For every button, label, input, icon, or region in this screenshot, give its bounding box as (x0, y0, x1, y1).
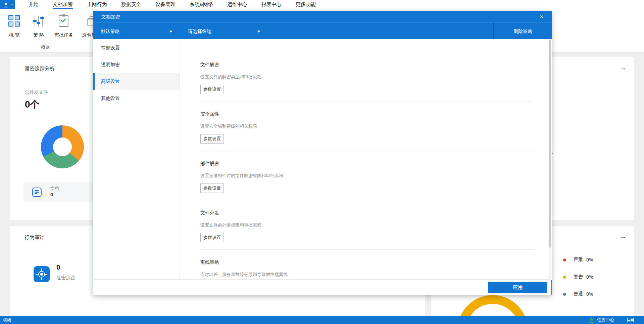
sidebar-item-other-settings[interactable]: 其他设置 (93, 90, 180, 107)
dialog-toolbar: 默认策略 请选择终端 删除策略 (93, 23, 551, 39)
section-title-offline-policy: 离线策略 (200, 259, 219, 266)
app-logo-button[interactable] (0, 0, 15, 9)
legend-label: 警告 (574, 274, 583, 280)
sidebar-item-advanced-settings[interactable]: 高级设置 (93, 73, 180, 90)
ribbon-group-divider (91, 12, 91, 50)
section-desc: 设置文件的外发权限和审批流程 (200, 222, 261, 228)
stat-value-total-outgoing: 0个 (25, 98, 40, 111)
chevron-down-icon (169, 31, 172, 33)
dialog-content: 文件解密 设置文件的解密类型和审批流程 参数设置 安全属性 设置安全域和密级的相… (180, 39, 552, 280)
grid-icon (8, 15, 20, 27)
legend-label: 严重 (574, 257, 583, 263)
menu-item-data-security[interactable]: 数据安全 (114, 0, 148, 9)
severe-dot-icon (563, 258, 566, 261)
menu-item-system-network[interactable]: 系统&网络 (183, 0, 220, 9)
menu-item-more[interactable]: 更多功能 (289, 0, 323, 9)
audit-value: 0 (56, 264, 60, 271)
normal-dot-icon (563, 293, 566, 296)
donut-hole (53, 137, 72, 156)
task-center-button[interactable]: 任务中心 (597, 316, 614, 324)
menu-item-report-center[interactable]: 报表中心 (254, 0, 289, 9)
clipboard-check-icon (59, 15, 68, 27)
document-icon (32, 188, 42, 197)
sidebar-item-general-settings[interactable]: 常规设置 (93, 39, 180, 56)
scrollbar-track[interactable] (549, 39, 551, 280)
legend-item-normal: 普通 0% (563, 291, 593, 297)
arrow-right-icon[interactable]: → (620, 233, 626, 240)
scrollbar-thumb[interactable] (549, 40, 551, 248)
main-menu: 开始 文档加密 上网行为 数据安全 设备管理 系统&网络 运维中心 报表中心 更… (21, 0, 323, 9)
legend-value: 0% (586, 291, 593, 297)
delete-policy-button[interactable]: 删除策略 (494, 23, 552, 40)
gauge-ring-chart (457, 295, 528, 316)
menu-item-device-mgmt[interactable]: 设备管理 (148, 0, 183, 9)
doc-encryption-dialog: 文档加密 × 默认策略 请选择终端 删除策略 常规设置 透明加密 高级设置 其他… (93, 11, 552, 295)
audit-label: 泄密追踪 (56, 275, 75, 281)
arrow-right-icon[interactable]: → (620, 64, 626, 72)
param-settings-button[interactable]: 参数设置 (200, 85, 224, 94)
app-logo-icon (4, 2, 8, 7)
close-icon[interactable]: × (537, 11, 546, 22)
statusbar: 就绪 任务中心 (0, 316, 644, 324)
menu-item-doc-encryption[interactable]: 文档加密 (46, 0, 80, 9)
panel-title: 行为审计 (24, 234, 45, 241)
divider (200, 249, 533, 250)
dialog-sidebar: 常规设置 透明加密 高级设置 其他设置 (93, 39, 180, 280)
apply-button[interactable]: 应用 (488, 282, 547, 293)
section-title-file-decrypt: 文件解密 (200, 62, 219, 68)
panel-title: 泄密追踪分析 (24, 66, 55, 72)
donut-chart (41, 125, 84, 168)
terminal-dropdown-placeholder: 请选择终端 (188, 23, 211, 40)
ribbon-item-policy[interactable]: 策 略 (28, 12, 50, 46)
dialog-body: 常规设置 透明加密 高级设置 其他设置 文件解密 设置文件的解密类型和审批流程 … (93, 39, 551, 280)
menu-item-web-behavior[interactable]: 上网行为 (80, 0, 114, 9)
section-desc: 设置发送邮件时的文件解密权限和审批流程 (200, 173, 283, 179)
menu-item-start[interactable]: 开始 (21, 0, 46, 9)
ribbon-item-label: 策 略 (28, 32, 50, 38)
divider (200, 151, 533, 151)
download-arrow-icon[interactable] (589, 317, 594, 323)
legend-value: 0% (586, 257, 593, 262)
ribbon-item-approval-tasks[interactable]: 审批任务 (53, 12, 75, 46)
param-settings-button[interactable]: 参数设置 (200, 233, 224, 242)
section-desc: 应对出差、服务器故障等原因导致的终端离线 (200, 272, 288, 278)
ribbon-group-label: 概览 (0, 44, 91, 50)
stat-label-total-outgoing: 总外发文件 (24, 89, 48, 95)
legend-item-warning: 警告 0% (563, 274, 593, 280)
legend-label: 普通 (574, 291, 583, 297)
section-title-file-outgoing: 文件外发 (200, 210, 219, 216)
dialog-titlebar: 文档加密 × (93, 11, 551, 23)
chevron-down-icon (11, 4, 13, 5)
warning-dot-icon (563, 276, 566, 279)
param-settings-button[interactable]: 参数设置 (200, 134, 224, 144)
divider (200, 200, 533, 200)
dialog-title: 文档加密 (101, 11, 120, 23)
doc-label: 文档 (50, 186, 59, 192)
ribbon-item-overview[interactable]: 概 览 (3, 12, 26, 46)
ribbon-item-label: 审批任务 (53, 32, 75, 38)
policy-dropdown[interactable]: 默认策略 (93, 23, 180, 40)
divider (200, 101, 533, 102)
policy-dropdown-value: 默认策略 (101, 23, 120, 40)
taskbar-panel-icon[interactable] (627, 318, 634, 322)
sliders-icon (33, 15, 45, 27)
legend-item-severe: 严重 0% (563, 256, 593, 263)
param-settings-button[interactable]: 参数设置 (200, 184, 224, 193)
legend-value: 0% (586, 274, 593, 280)
section-title-security-attrs: 安全属性 (200, 111, 219, 117)
status-ready-text: 就绪 (3, 316, 11, 324)
menu-item-ops-center[interactable]: 运维中心 (220, 0, 254, 9)
section-desc: 设置安全域和密级的相关权限 (200, 123, 257, 129)
sidebar-item-transparent-encryption[interactable]: 透明加密 (93, 56, 180, 73)
target-crosshair-icon (34, 266, 50, 282)
section-desc: 设置文件的解密类型和审批流程 (200, 74, 261, 80)
ribbon-item-label: 概 览 (3, 32, 26, 38)
chevron-down-icon (257, 31, 260, 33)
menubar: 开始 文档加密 上网行为 数据安全 设备管理 系统&网络 运维中心 报表中心 更… (0, 0, 644, 9)
section-title-mail-decrypt: 邮件解密 (200, 161, 219, 167)
terminal-dropdown[interactable]: 请选择终端 (180, 23, 268, 40)
doc-value: 0 (50, 192, 53, 197)
divider (268, 23, 268, 40)
dialog-footer: 应用 (93, 279, 551, 295)
